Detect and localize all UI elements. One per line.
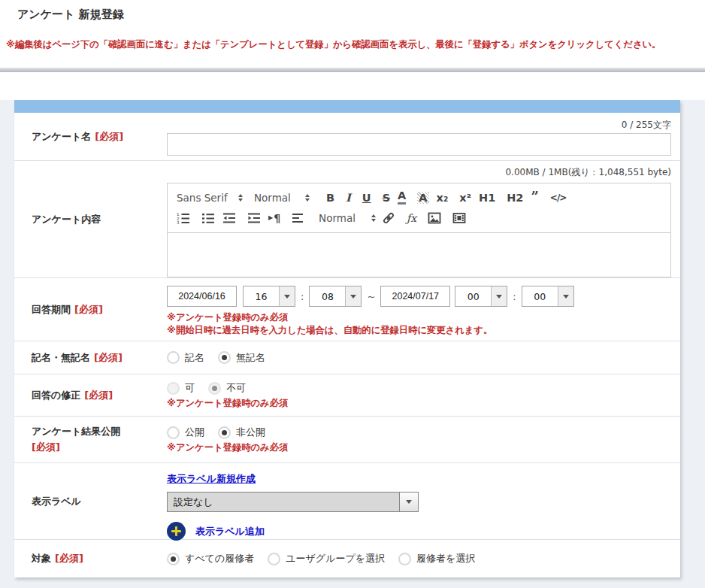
text-color-button[interactable]: A xyxy=(398,190,406,205)
label-block: アンケート結果公開 [必須] xyxy=(32,425,120,454)
anonymity-label: 記名・無記名 [必須] xyxy=(14,341,167,374)
panel-header-bar xyxy=(14,100,680,113)
dropdown-arrow-icon[interactable] xyxy=(399,493,418,511)
row-result-publication: アンケート結果公開 [必須] 公開 非公開 ※アンケート登録時のみ必須 xyxy=(14,417,680,463)
select-value: 設定なし xyxy=(168,493,399,511)
formula-button[interactable]: ƒx xyxy=(407,212,416,224)
label-text: アンケート結果公開 xyxy=(32,426,120,437)
target-label: 対象 [必須] xyxy=(14,540,167,577)
end-minute-combo[interactable]: 00 xyxy=(522,286,574,307)
survey-content-field: 0.00MB / 1MB(残り：1,048,551 byte) Sans Ser… xyxy=(167,161,680,277)
required-badge: [必須] xyxy=(95,130,123,144)
add-display-label-link[interactable]: 表示ラベル追加 xyxy=(195,525,265,538)
code-block-button[interactable]: </> xyxy=(550,192,567,203)
radio-anonymous[interactable]: 無記名 xyxy=(218,351,265,365)
period-controls: 16 : 08 ~ 00 : 00 xyxy=(167,286,671,307)
radio-label: 無記名 xyxy=(236,351,265,365)
radio-label: 非公開 xyxy=(236,426,265,439)
display-label-label: 表示ラベル xyxy=(14,463,167,539)
radio-signed[interactable]: 記名 xyxy=(167,351,204,365)
radio-circle-icon xyxy=(208,382,221,395)
dropdown-arrow-icon[interactable] xyxy=(558,286,573,306)
start-minute-combo[interactable]: 08 xyxy=(309,286,362,307)
background-color-button[interactable]: A xyxy=(417,192,428,204)
header-divider xyxy=(0,68,705,72)
dropdown-arrow-icon[interactable] xyxy=(491,286,507,306)
radio-user-group[interactable]: ユーザグループを選択 xyxy=(268,552,385,565)
label-text: 対象 xyxy=(32,552,51,565)
radio-select-students[interactable]: 履修者を選択 xyxy=(398,552,475,565)
updown-arrows-icon xyxy=(305,194,310,202)
radio-label: 記名 xyxy=(185,351,204,365)
answer-period-field: 16 : 08 ~ 00 : 00 xyxy=(167,278,680,341)
editor-text-area[interactable] xyxy=(168,233,670,277)
radio-label: 履修者を選択 xyxy=(416,552,475,565)
updown-arrows-icon xyxy=(371,214,376,222)
modification-radios: 可 不可 xyxy=(167,381,671,395)
display-label-select[interactable]: 設定なし xyxy=(167,492,419,512)
start-hour-value: 16 xyxy=(244,286,279,306)
radio-label: ユーザグループを選択 xyxy=(286,552,385,565)
link-button[interactable] xyxy=(382,211,395,225)
row-anonymity: 記名・無記名 [必須] 記名 無記名 xyxy=(14,341,680,374)
style-picker[interactable]: Normal xyxy=(319,212,376,224)
blockquote-button[interactable]: ” xyxy=(531,193,538,202)
row-survey-name: アンケート名 [必須] 0 / 255文字 xyxy=(14,113,680,161)
period-note-1: ※アンケート登録時のみ必須 xyxy=(167,311,671,324)
radio-label: すべての履修者 xyxy=(185,552,254,565)
plus-icon[interactable] xyxy=(167,522,186,541)
bold-button[interactable]: B xyxy=(326,192,334,204)
header1-button[interactable]: H1 xyxy=(479,192,495,204)
create-display-label-link[interactable]: 表示ラベル新規作成 xyxy=(167,472,256,486)
target-field: すべての履修者 ユーザグループを選択 履修者を選択 xyxy=(167,540,680,577)
video-button[interactable] xyxy=(452,211,466,225)
size-counter: 0.00MB / 1MB(残り：1,048,551 byte) xyxy=(167,166,671,179)
label-text: アンケート内容 xyxy=(32,213,101,226)
dropdown-arrow-icon[interactable] xyxy=(345,286,361,306)
publication-note: ※アンケート登録時のみ必須 xyxy=(167,441,671,454)
period-notes: ※アンケート登録時のみ必須 ※開始日時に過去日時を入力した場合は、自動的に登録日… xyxy=(167,311,671,337)
end-hour-combo[interactable]: 00 xyxy=(455,286,507,307)
size-picker[interactable]: Normal xyxy=(254,192,310,204)
rich-text-editor: Sans Serif Normal B I U S A xyxy=(167,183,671,277)
radio-public[interactable]: 公開 xyxy=(167,426,204,439)
survey-name-input[interactable] xyxy=(167,133,671,156)
start-hour-combo[interactable]: 16 xyxy=(243,286,295,307)
text-direction-button[interactable]: ▶ ¶ xyxy=(268,212,280,224)
add-label-row: 表示ラベル追加 xyxy=(167,522,671,541)
page-body: アンケート名 [必須] 0 / 255文字 アンケート内容 0.00MB / 1… xyxy=(0,100,705,588)
ordered-list-button[interactable]: 123 xyxy=(177,211,190,225)
publication-field: 公開 非公開 ※アンケート登録時のみ必須 xyxy=(167,417,680,462)
superscript-button[interactable]: x² xyxy=(459,192,471,204)
end-date-input[interactable] xyxy=(380,286,450,307)
indent-button[interactable] xyxy=(247,211,261,225)
bullet-list-button[interactable] xyxy=(201,211,215,225)
radio-all-students[interactable]: すべての履修者 xyxy=(167,552,254,565)
font-picker[interactable]: Sans Serif xyxy=(177,192,243,204)
size-picker-value: Normal xyxy=(254,192,291,204)
answer-period-label: 回答期間 [必須] xyxy=(14,278,167,341)
radio-disallow[interactable]: 不可 xyxy=(208,381,246,395)
radio-allow[interactable]: 可 xyxy=(167,381,195,395)
align-button[interactable] xyxy=(292,211,305,225)
subscript-button[interactable]: x₂ xyxy=(437,192,449,204)
required-badge: [必須] xyxy=(32,441,120,454)
display-label-field: 表示ラベル新規作成 設定なし 表示ラベル追加 xyxy=(167,463,680,539)
toolbar-row-2: 123 xyxy=(177,208,661,228)
char-counter: 0 / 255文字 xyxy=(167,119,671,132)
survey-name-label: アンケート名 [必須] xyxy=(14,113,167,160)
outdent-button[interactable] xyxy=(222,211,236,225)
underline-button[interactable]: U xyxy=(362,192,371,204)
survey-form-panel: アンケート名 [必須] 0 / 255文字 アンケート内容 0.00MB / 1… xyxy=(14,100,680,577)
radio-circle-icon xyxy=(398,553,411,565)
italic-button[interactable]: I xyxy=(346,191,351,204)
start-date-input[interactable] xyxy=(167,286,237,307)
dropdown-arrow-icon[interactable] xyxy=(279,286,295,306)
image-button[interactable] xyxy=(428,211,441,225)
range-tilde: ~ xyxy=(367,291,375,302)
header2-button[interactable]: H2 xyxy=(507,192,523,204)
radio-circle-icon xyxy=(218,351,231,364)
radio-private[interactable]: 非公開 xyxy=(218,426,265,439)
publication-label: アンケート結果公開 [必須] xyxy=(14,417,167,462)
strike-button[interactable]: S xyxy=(383,192,390,204)
